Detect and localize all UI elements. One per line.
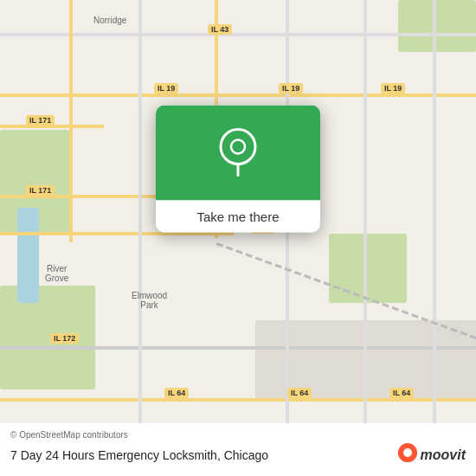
svg-point-3 [403,448,412,457]
badge-il19-left: IL 19 [154,83,178,93]
green-area-sw [0,286,95,389]
svg-point-1 [231,140,245,154]
green-area-ne [398,0,476,52]
moovit-pin-icon [398,443,417,467]
place-name-label: 7 Day 24 Hours Emergency Locksmith, Chic… [10,448,268,462]
map-container: IL 43 IL 19 IL 19 IL 19 IL 171 IL 171 IL… [0,0,476,476]
water-river [17,208,39,303]
take-me-there-label: Take me there [196,209,279,224]
road-il171-h2 [0,195,173,198]
badge-il64-right: IL 64 [389,388,414,398]
attribution-text: © OpenStreetMap contributors [10,430,466,440]
badge-il19-mid: IL 19 [279,83,303,93]
badge-il64-mid: IL 64 [287,388,312,398]
green-area-east [329,234,407,303]
label-river-grove: RiverGrove [45,264,68,283]
moovit-text: moovit [421,447,466,463]
road-v4 [363,0,367,476]
place-info-row: 7 Day 24 Hours Emergency Locksmith, Chic… [10,443,466,467]
road-v3 [286,0,289,476]
bottom-bar: © OpenStreetMap contributors 7 Day 24 Ho… [0,423,476,476]
label-norridge: Norridge [93,16,126,25]
badge-il171-left: IL 171 [26,115,55,125]
badge-il172: IL 172 [50,333,79,344]
road-v2 [138,0,142,476]
popup-green-area [156,106,320,201]
svg-point-0 [221,130,255,164]
road-il171-v [69,0,73,242]
popup-card: Take me there [156,106,320,233]
badge-il64-left: IL 64 [164,388,189,398]
road-h-misc [0,346,476,350]
location-pin-icon [219,128,257,178]
moovit-logo: moovit [398,443,466,467]
badge-il19-right: IL 19 [381,83,405,93]
badge-il171-mid: IL 171 [26,185,55,196]
label-elmwood-park: ElmwoodPark [132,291,167,310]
road-il43-h [0,232,234,235]
road-v5 [433,0,436,476]
badge-il43-top: IL 43 [208,24,232,35]
road-il64 [0,398,476,402]
take-me-there-button[interactable]: Take me there [156,201,320,233]
